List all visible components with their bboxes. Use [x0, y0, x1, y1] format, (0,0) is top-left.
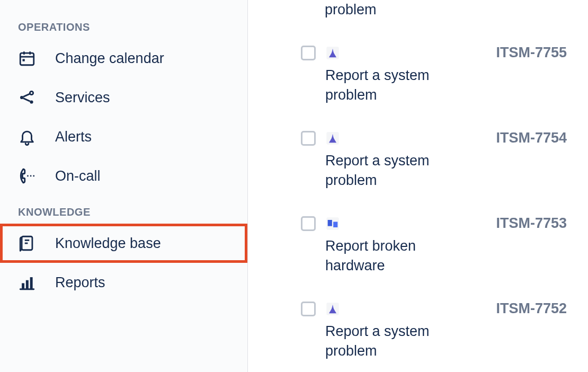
ticket-id[interactable]: ITSM-7752	[496, 300, 567, 317]
ticket-checkbox[interactable]	[301, 216, 316, 231]
svg-point-6	[30, 91, 33, 94]
svg-point-11	[30, 175, 32, 177]
system-problem-icon	[325, 46, 340, 60]
ticket-summary[interactable]: Report broken hardware	[325, 236, 431, 275]
svg-rect-24	[333, 222, 337, 228]
svg-point-5	[20, 96, 23, 99]
svg-line-8	[23, 94, 30, 97]
svg-rect-23	[328, 220, 332, 226]
sidebar-item-label: Services	[55, 90, 110, 106]
svg-rect-0	[20, 53, 34, 65]
sidebar: OPERATIONS Change calendar Services	[0, 0, 248, 372]
sidebar-item-alerts[interactable]: Alerts	[0, 117, 247, 156]
ticket-summary[interactable]: Report a system problem	[325, 322, 431, 360]
svg-rect-17	[22, 283, 24, 289]
book-icon	[18, 234, 36, 252]
sidebar-item-change-calendar[interactable]: Change calendar	[0, 39, 247, 78]
section-header-knowledge: KNOWLEDGE	[0, 196, 247, 224]
ticket-row-partial: problem	[301, 0, 567, 32]
hardware-icon	[325, 216, 340, 231]
svg-point-10	[27, 175, 29, 177]
ticket-row: Report broken hardware ITSM-7753	[301, 202, 567, 288]
chart-icon	[18, 273, 36, 291]
ticket-row: Report a system problem ITSM-7755	[301, 32, 567, 117]
svg-rect-19	[30, 277, 33, 289]
ticket-summary[interactable]: Report a system problem	[325, 66, 431, 104]
svg-line-9	[23, 98, 30, 101]
ticket-checkbox[interactable]	[301, 131, 316, 146]
ticket-id[interactable]: ITSM-7754	[496, 130, 567, 146]
svg-point-7	[30, 100, 33, 103]
phone-icon	[18, 167, 36, 185]
services-icon	[18, 88, 36, 107]
sidebar-item-on-call[interactable]: On-call	[0, 156, 247, 196]
sidebar-item-label: Change calendar	[55, 50, 164, 67]
svg-point-12	[33, 175, 34, 177]
ticket-checkbox[interactable]	[301, 46, 316, 60]
calendar-icon	[18, 49, 36, 67]
svg-rect-4	[23, 59, 25, 61]
system-problem-icon	[325, 302, 340, 316]
ticket-row: Report a system problem ITSM-7754	[301, 117, 567, 202]
ticket-id[interactable]: ITSM-7753	[496, 215, 567, 232]
bell-icon	[18, 128, 36, 146]
sidebar-item-knowledge-base[interactable]: Knowledge base	[0, 224, 247, 263]
ticket-id[interactable]: ITSM-7755	[496, 45, 567, 61]
svg-rect-18	[26, 280, 29, 289]
sidebar-item-label: Reports	[55, 274, 105, 291]
sidebar-item-services[interactable]: Services	[0, 78, 247, 117]
ticket-row: Report a system problem ITSM-7752	[301, 288, 567, 372]
section-header-operations: OPERATIONS	[0, 11, 247, 39]
sidebar-item-label: Knowledge base	[55, 235, 161, 252]
system-problem-icon	[325, 131, 340, 146]
ticket-list: problem Report a system problem ITSM-775…	[248, 0, 588, 372]
sidebar-item-label: On-call	[55, 168, 101, 184]
sidebar-item-label: Alerts	[55, 129, 92, 145]
ticket-summary[interactable]: problem	[325, 0, 377, 19]
sidebar-item-reports[interactable]: Reports	[0, 263, 247, 302]
ticket-summary[interactable]: Report a system problem	[325, 151, 431, 190]
ticket-checkbox[interactable]	[301, 302, 316, 316]
